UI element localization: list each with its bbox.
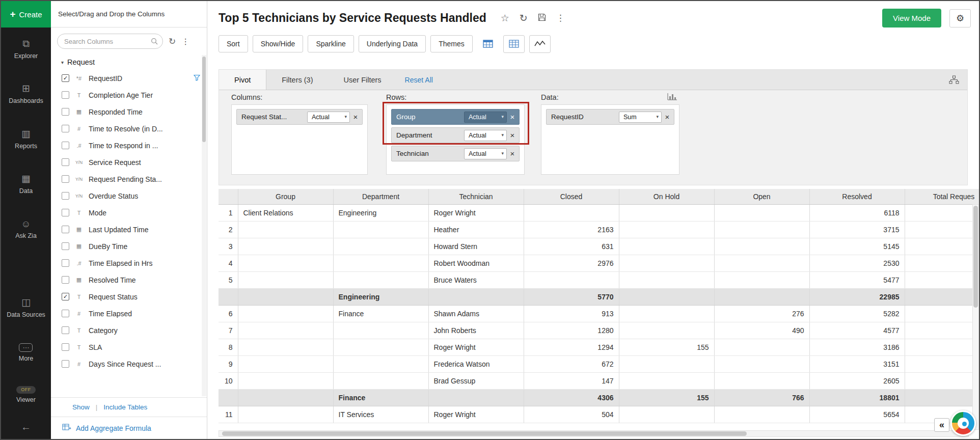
field-checkbox[interactable] [62,310,69,317]
field-checkbox[interactable] [62,209,69,216]
chip-aggregate-select[interactable]: Actual [464,148,507,159]
field-item[interactable]: ▦Last Updated Time [51,221,207,238]
field-item[interactable]: ▦Resolved Time [51,271,207,288]
filter-funnel-icon[interactable] [194,74,200,82]
tab-filters[interactable]: Filters (3) [266,70,328,90]
chip-remove-icon[interactable]: × [507,149,518,158]
table-section-header[interactable]: ▾ Request [51,55,207,70]
columns-menu-icon[interactable]: ⋮ [181,37,189,46]
chevron-down-icon[interactable]: ▾ [61,60,64,65]
show-link[interactable]: Show [72,403,90,411]
pivot-column-header[interactable]: Total Reques [905,189,979,204]
pivot-column-header[interactable]: Closed [524,189,619,204]
show-hide-button[interactable]: Show/Hide [253,35,304,52]
field-checkbox[interactable] [62,226,69,233]
save-icon[interactable] [538,13,546,23]
field-checkbox[interactable] [62,259,69,267]
chip-aggregate-select[interactable]: Sum [619,112,662,123]
sidebar-item-data-sources[interactable]: ◫Data Sources [7,296,45,319]
horizontal-scrollbar-thumb[interactable] [222,431,747,436]
data-chip-requestid[interactable]: RequestIDSum× [546,109,674,125]
columns-dropzone-box[interactable]: Request Stat...Actual× [231,104,368,175]
chip-remove-icon[interactable]: × [507,113,518,121]
themes-button[interactable]: Themes [430,35,473,52]
sidebar-item-reports[interactable]: ▥Reports [15,128,37,150]
data-dropzone-box[interactable]: RequestIDSum× [541,104,679,175]
field-checkbox[interactable]: ✓ [62,74,69,82]
field-checkbox[interactable] [62,343,69,351]
fields-scrollbar-thumb[interactable] [202,57,206,142]
field-item[interactable]: #Time to Resolve (in D... [51,120,207,137]
sidebar-collapse-icon[interactable]: ← [21,421,31,433]
vertical-scrollbar-thumb[interactable] [973,206,978,308]
hierarchy-icon[interactable] [949,70,967,90]
sidebar-item-ask-zia[interactable]: ☺Ask Zia [15,218,37,240]
field-item[interactable]: TMode [51,204,207,221]
sidebar-item-explorer[interactable]: ⧉Explorer [14,38,38,60]
field-item[interactable]: .#Time Elapsed in Hrs [51,255,207,271]
sidebar-item-dashboards[interactable]: ⊞Dashboards [9,82,43,105]
field-checkbox[interactable]: ✓ [62,293,69,300]
sparkline-button[interactable]: Sparkline [308,35,353,52]
field-item[interactable]: ▦Responded Time [51,103,207,120]
tab-pivot[interactable]: Pivot [219,70,266,90]
create-button[interactable]: + Create [1,1,51,28]
pivot-column-header[interactable]: On Hold [619,189,714,204]
chip-aggregate-select[interactable]: Actual [307,112,350,123]
sort-button[interactable]: Sort [219,35,248,52]
field-item[interactable]: Y/NOverdue Status [51,187,207,204]
include-tables-link[interactable]: Include Tables [103,403,147,411]
pivot-view-icon-button[interactable] [477,35,499,53]
field-item[interactable]: TCategory [51,322,207,339]
chip-remove-icon[interactable]: × [350,113,361,121]
field-item[interactable]: #Days Since Request ... [51,355,207,372]
field-checkbox[interactable] [62,192,69,200]
sidebar-item-viewer[interactable]: OFFViewer [16,386,36,404]
chip-remove-icon[interactable]: × [662,113,673,121]
field-item[interactable]: Y/NService Request [51,154,207,171]
refresh-columns-icon[interactable]: ↻ [169,36,176,47]
field-item[interactable]: #Time Elapsed [51,305,207,322]
field-item[interactable]: ✓*#RequestID [51,70,207,87]
sidebar-item-more[interactable]: ⋯More [19,343,33,363]
field-item[interactable]: TCompletion Age Tier [51,87,207,103]
pivot-column-header[interactable]: Technician [428,189,524,204]
favorite-star-icon[interactable]: ☆ [501,13,509,23]
field-item[interactable]: ▦DueBy Time [51,238,207,255]
field-checkbox[interactable] [62,91,69,99]
settings-gear-icon[interactable]: ⚙ [949,9,971,28]
table-vertical-scrollbar[interactable] [972,204,979,430]
rows-chip-group[interactable]: GroupActual× [391,109,520,125]
field-checkbox[interactable] [62,276,69,284]
pivot-column-header[interactable]: Open [714,189,809,204]
refresh-icon[interactable]: ↻ [520,13,528,23]
sidebar-item-data[interactable]: ▦Data [19,173,33,195]
field-checkbox[interactable] [62,158,69,166]
rows-dropzone-box[interactable]: GroupActual×DepartmentActual×TechnicianA… [386,104,525,175]
field-checkbox[interactable] [62,175,69,183]
sparkline-view-icon-button[interactable] [529,35,551,53]
pivot-column-header[interactable]: Department [333,189,428,204]
chip-aggregate-select[interactable]: Actual [464,112,507,123]
field-item[interactable]: .#Time to Respond in ... [51,137,207,154]
tab-user-filters[interactable]: User Filters [328,70,396,90]
add-aggregate-formula-button[interactable]: Add Aggregate Formula [51,417,207,439]
reset-all-link[interactable]: Reset All [405,70,433,90]
table-view-icon-button[interactable] [503,35,525,53]
field-checkbox[interactable] [62,242,69,250]
collapse-panel-button[interactable]: « [934,418,949,432]
rows-chip-technician[interactable]: TechnicianActual× [391,146,520,161]
fields-vertical-scrollbar[interactable] [202,55,206,396]
field-checkbox[interactable] [62,142,69,149]
view-mode-button[interactable]: View Mode [882,9,941,28]
pivot-column-header[interactable] [219,189,238,204]
field-checkbox[interactable] [62,326,69,334]
pivot-column-header[interactable]: Resolved [809,189,905,204]
field-item[interactable]: ✓TRequest Status [51,288,207,305]
field-checkbox[interactable] [62,108,69,116]
field-item[interactable]: TSLA [51,339,207,355]
underlying-data-button[interactable]: Underlying Data [359,35,426,52]
more-options-kebab-icon[interactable]: ⋮ [556,14,565,22]
field-checkbox[interactable] [62,360,69,368]
field-item[interactable]: Y/NRequest Pending Sta... [51,171,207,187]
